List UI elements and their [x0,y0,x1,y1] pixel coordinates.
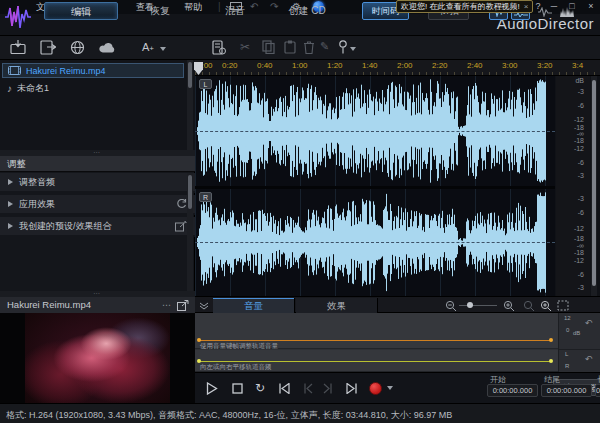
export-file-icon[interactable] [40,40,56,55]
vertical-scrollbar[interactable] [591,76,597,296]
zoom-slider-handle[interactable] [467,302,473,308]
properties-icon[interactable] [212,40,226,55]
audiodirector-window: 文件 编辑 查看 帮助 | ↶ ↷ ⚙ *未命 欢迎您! 在此查看所有的教程视频… [0,0,600,423]
delete-icon [303,40,315,54]
ruler-label: 1:20 [327,61,343,70]
zoom-slider-track[interactable] [459,305,497,306]
volume-keyframe-end[interactable] [549,338,553,342]
my-presets-item[interactable]: 我创建的预设/效果组合 [0,217,195,237]
adjust-scrollbar[interactable] [187,173,193,293]
text-to-speech-tool[interactable]: A+ [142,41,154,53]
cut-scissors-icon: ✂ [240,40,250,54]
db-scale: dB-3-6-12-18-∞-18-12-6-3-3-6-12-18-∞-18-… [556,76,590,296]
video-preview[interactable] [0,313,195,403]
pan-envelope-line[interactable] [199,361,551,362]
tab-create-cd[interactable]: 创建 CD [272,2,342,20]
select-region-icon[interactable] [557,300,569,311]
volume-envelope-track[interactable]: 使用音量键帧调整轨道音量 [195,313,558,349]
paste-icon [284,40,296,54]
db-scale-label: -12 [574,145,584,152]
music-note-icon: ♪ [7,83,12,94]
waveform-channel-left[interactable]: L [195,76,555,186]
tab-effects[interactable]: 效果 [296,298,378,313]
marker-icon[interactable] [338,40,348,54]
play-button[interactable] [203,380,221,396]
zoom-selection-icon[interactable] [540,300,552,312]
loop-playback-button[interactable]: ↻ [251,380,269,396]
db-scale-label: -3 [578,284,584,291]
db-scale-label: dB [575,77,584,84]
channel-right-badge: R [199,192,212,202]
collapse-panel-icon[interactable] [199,300,209,310]
single-wave-view-icon[interactable] [535,3,554,20]
vol-scale-unit: dB [573,330,580,336]
pan-envelope-track[interactable]: 向左或向右平移轨道音频 [195,350,558,372]
share-online-icon[interactable] [70,40,85,55]
tab-edit[interactable]: 编辑 [44,2,118,20]
undock-preview-icon[interactable] [177,300,189,311]
text-tool-dropdown-icon[interactable] [160,47,166,51]
record-button[interactable] [369,382,382,395]
left-panel: Hakurei Reimu.mp4 ♪ 未命名1 ⋯ 调整 调整音频 应用效果 … [0,60,195,403]
start-time-field[interactable]: 0:00:00.000 [487,384,538,397]
reset-volume-icon[interactable]: ↷ [585,318,593,328]
pan-keyframe-end[interactable] [549,359,553,363]
mixer-tab-bar: 音量 效果 [195,296,600,313]
db-scale-label: -18 [574,249,584,256]
volume-envelope-line[interactable] [199,340,551,341]
edit-preset-icon[interactable] [175,221,187,232]
import-file-icon[interactable] [10,40,26,55]
adjust-audio-label: 调整音频 [19,176,55,189]
reset-pan-icon[interactable]: ↷ [585,354,593,364]
spectral-view-icon[interactable] [557,3,576,20]
length-time-field[interactable]: 0:00:00.000 [595,384,600,397]
apply-effects-item[interactable]: 应用效果 [0,195,195,215]
go-to-end-button[interactable] [343,380,361,396]
file-row-untitled[interactable]: ♪ 未命名1 [2,81,184,96]
expand-arrow-icon[interactable] [8,223,13,229]
zoom-in-icon[interactable] [503,300,515,312]
stop-button[interactable] [228,380,246,396]
previous-frame-button [298,380,316,396]
transport-bar: ↻ 编解码器 0:00:00.000 开始 0:00:00.000 结尾 0:0… [195,372,600,403]
ruler-label: 3:4 [572,61,583,70]
center-line [195,242,555,243]
vol-scale-max: 12 [564,315,571,321]
tab-mix[interactable]: 混音 [200,2,270,20]
file-row-hakurei[interactable]: Hakurei Reimu.mp4 [2,63,184,78]
close-button[interactable]: × [585,0,597,13]
db-scale-label: -3 [578,172,584,179]
go-to-start-button[interactable] [275,380,293,396]
tooltip-text: 欢迎您! 在此查看所有的教程视频! [401,1,520,12]
tab-volume[interactable]: 音量 [213,298,295,313]
film-icon [8,66,21,75]
copy-icon [262,40,275,54]
preview-menu-icon[interactable]: ⋯ [162,297,171,313]
status-bar: 格式: H.264 (1920x1080, 3.43 Mbps), 音频格式: … [0,403,600,423]
zoom-out-icon[interactable] [445,300,457,312]
expand-arrow-icon[interactable] [8,179,13,185]
cloud-icon[interactable] [99,41,117,54]
tab-restore[interactable]: 恢复 [125,2,195,20]
welcome-tooltip[interactable]: 欢迎您! 在此查看所有的教程视频! × [396,0,533,13]
db-scale-label: -18 [574,235,584,242]
end-time-field[interactable]: 0:00:00.000 [541,384,592,397]
record-dropdown-icon[interactable] [387,386,393,390]
db-scale-label: -6 [578,271,584,278]
adjust-audio-item[interactable]: 调整音频 [0,173,195,193]
timeline-ruler[interactable]: 0:000:200:401:001:201:402:002:202:403:00… [195,60,600,76]
db-scale-label: -12 [574,257,584,264]
expand-arrow-icon[interactable] [8,201,13,207]
waveform-channel-right[interactable]: R [195,189,555,296]
marker-dropdown-icon[interactable] [350,47,356,51]
ruler-label: 0:40 [257,61,273,70]
file-name: Hakurei Reimu.mp4 [26,66,106,76]
filelist-scrollbar[interactable] [187,60,193,152]
vol-scale-zero: 0 [566,327,569,333]
tooltip-close-icon[interactable]: × [524,2,529,11]
ruler-label: 0:20 [222,61,238,70]
video-thumbnail [25,313,170,403]
preview-header: Hakurei Reimu.mp4 ⋯ [0,297,195,313]
db-scale-label: -∞ [577,130,584,137]
reset-effects-icon[interactable] [176,199,187,209]
